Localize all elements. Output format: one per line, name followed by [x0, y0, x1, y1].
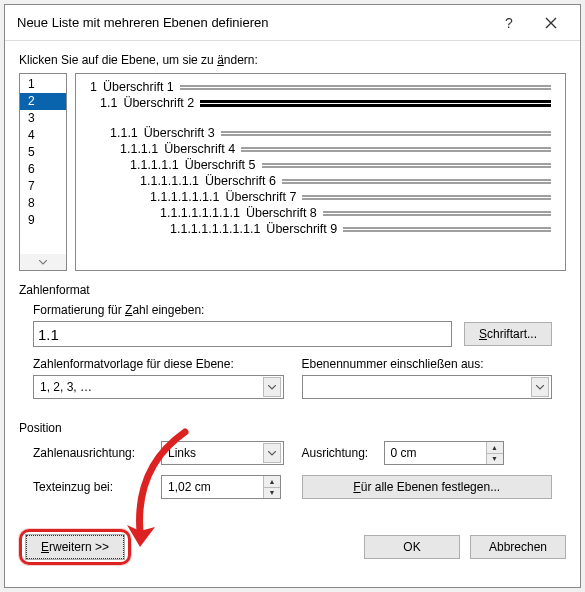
preview-heading: Überschrift 7	[226, 190, 297, 204]
level-item-8[interactable]: 8	[20, 195, 66, 212]
preview-row: 1.1.1.1.1.1.1.1.1Überschrift 9	[170, 222, 551, 236]
preview-text-placeholder	[343, 227, 551, 232]
preview-row: 1.1.1.1.1.1Überschrift 6	[140, 174, 551, 188]
preview-number: 1	[90, 80, 97, 94]
preview-number: 1.1.1.1	[120, 142, 158, 156]
preview-text-placeholder	[241, 147, 551, 152]
level-item-4[interactable]: 4	[20, 127, 66, 144]
expand-highlight: Erweitern >>	[19, 529, 131, 565]
preview-pane: 1Überschrift 11.1Überschrift 21.1.1Übers…	[75, 73, 566, 271]
preview-heading: Überschrift 5	[185, 158, 256, 172]
spin-up-icon[interactable]: ▲	[264, 476, 280, 488]
text-indent-label: Texteinzug bei:	[33, 480, 155, 494]
preview-number: 1.1.1.1.1.1.1.1.1	[170, 222, 260, 236]
level-item-3[interactable]: 3	[20, 110, 66, 127]
client-area: Klicken Sie auf die Ebene, um sie zu änd…	[5, 41, 580, 579]
level-listbox[interactable]: 123456789	[19, 73, 67, 271]
number-style-value: 1, 2, 3, …	[40, 380, 92, 394]
text-indent-value: 1,02 cm	[162, 476, 263, 498]
dialog-window: Neue Liste mit mehreren Ebenen definiere…	[4, 4, 581, 588]
include-level-label: Ebenennummer einschließen aus:	[302, 357, 553, 371]
section-position: Position	[19, 421, 566, 435]
aligned-at-label: Ausrichtung:	[302, 446, 378, 460]
level-item-7[interactable]: 7	[20, 178, 66, 195]
level-instruction: Klicken Sie auf die Ebene, um sie zu änd…	[19, 53, 566, 67]
level-item-9[interactable]: 9	[20, 212, 66, 229]
preview-number: 1.1.1.1.1.1.1	[150, 190, 220, 204]
preview-heading: Überschrift 4	[164, 142, 235, 156]
preview-row: 1.1Überschrift 2	[100, 96, 551, 110]
preview-heading: Überschrift 8	[246, 206, 317, 220]
chevron-down-icon	[39, 260, 47, 265]
preview-number: 1.1.1.1.1.1	[140, 174, 199, 188]
number-alignment-label: Zahlenausrichtung:	[33, 446, 155, 460]
preview-heading: Überschrift 1	[103, 80, 174, 94]
level-item-6[interactable]: 6	[20, 161, 66, 178]
preview-text-placeholder	[262, 163, 551, 168]
preview-heading: Überschrift 6	[205, 174, 276, 188]
chevron-down-icon	[263, 443, 281, 463]
preview-text-placeholder	[302, 195, 551, 200]
dialog-title: Neue Liste mit mehreren Ebenen definiere…	[17, 15, 488, 30]
dialog-footer: Erweitern >> OK Abbrechen	[19, 529, 566, 565]
expand-button[interactable]: Erweitern >>	[26, 535, 124, 559]
preview-number: 1.1	[100, 96, 117, 110]
include-level-combo[interactable]	[302, 375, 553, 399]
preview-text-placeholder	[221, 131, 551, 136]
preview-row: 1.1.1Überschrift 3	[110, 126, 551, 140]
level-item-2[interactable]: 2	[20, 93, 66, 110]
aligned-at-value: 0 cm	[385, 442, 486, 464]
preview-number: 1.1.1	[110, 126, 138, 140]
chevron-down-icon	[531, 377, 549, 397]
preview-text-placeholder	[323, 211, 551, 216]
preview-heading: Überschrift 2	[123, 96, 194, 110]
scroll-down-button[interactable]	[20, 254, 66, 270]
preview-text-placeholder	[282, 179, 551, 184]
spin-up-icon[interactable]: ▲	[487, 442, 503, 454]
preview-number: 1.1.1.1.1.1.1.1	[160, 206, 240, 220]
close-button[interactable]	[530, 9, 572, 37]
set-all-levels-button[interactable]: Für alle Ebenen festlegen...	[302, 475, 553, 499]
number-format-input[interactable]	[33, 321, 452, 347]
preview-row: 1Überschrift 1	[90, 80, 551, 94]
level-item-5[interactable]: 5	[20, 144, 66, 161]
preview-row: 1.1.1.1Überschrift 4	[120, 142, 551, 156]
aligned-at-stepper[interactable]: 0 cm ▲▼	[384, 441, 504, 465]
ok-button[interactable]: OK	[364, 535, 460, 559]
cancel-button[interactable]: Abbrechen	[470, 535, 566, 559]
number-style-combo[interactable]: 1, 2, 3, …	[33, 375, 284, 399]
preview-row: 1.1.1.1.1Überschrift 5	[130, 158, 551, 172]
number-format-label: Formatierung für Zahl eingeben:	[33, 303, 552, 317]
preview-text-placeholder	[180, 85, 551, 90]
help-button[interactable]: ?	[488, 9, 530, 37]
close-icon	[545, 17, 557, 29]
text-indent-stepper[interactable]: 1,02 cm ▲▼	[161, 475, 281, 499]
preview-text-placeholder	[200, 100, 551, 107]
preview-row: 1.1.1.1.1.1.1.1Überschrift 8	[160, 206, 551, 220]
preview-row: 1.1.1.1.1.1.1Überschrift 7	[150, 190, 551, 204]
title-bar: Neue Liste mit mehreren Ebenen definiere…	[5, 5, 580, 41]
level-item-1[interactable]: 1	[20, 76, 66, 93]
preview-number: 1.1.1.1.1	[130, 158, 179, 172]
spin-down-icon[interactable]: ▼	[264, 488, 280, 499]
number-style-label: Zahlenformatvorlage für diese Ebene:	[33, 357, 284, 371]
preview-heading: Überschrift 9	[266, 222, 337, 236]
font-button[interactable]: Schriftart...	[464, 322, 552, 346]
section-numberformat: Zahlenformat	[19, 283, 566, 297]
spin-down-icon[interactable]: ▼	[487, 454, 503, 465]
preview-heading: Überschrift 3	[144, 126, 215, 140]
number-alignment-value: Links	[168, 446, 196, 460]
number-alignment-combo[interactable]: Links	[161, 441, 284, 465]
chevron-down-icon	[263, 377, 281, 397]
